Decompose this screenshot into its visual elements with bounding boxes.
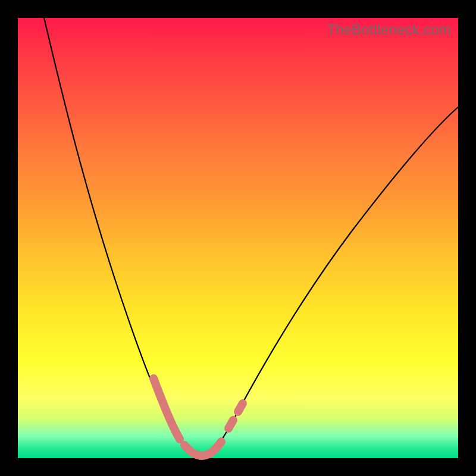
left-descent-marker [154, 378, 180, 439]
bottleneck-curve [18, 18, 458, 458]
curve-path [44, 18, 458, 456]
chart-plot-area: TheBottleneck.com [18, 18, 458, 458]
right-ascent-dot-1 [228, 420, 233, 428]
valley-floor-marker [184, 441, 221, 456]
right-ascent-dot-2 [238, 403, 243, 412]
